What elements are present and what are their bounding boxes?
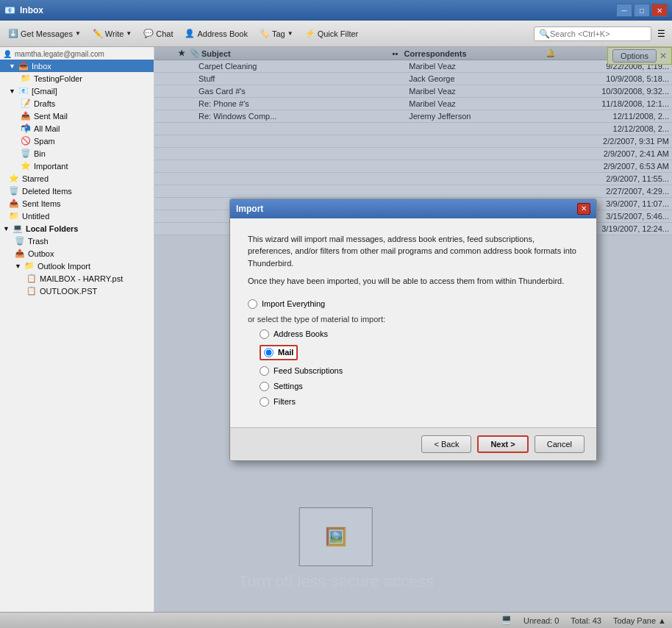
sidebar-item-mailbox-harry[interactable]: 📋 MAILBOX - HARRY.pst bbox=[0, 272, 154, 285]
outlook-pst-icon: 📋 bbox=[26, 286, 37, 296]
filters-label: Filters bbox=[274, 397, 296, 406]
expand-icon: ▼ bbox=[9, 63, 15, 70]
deleted-icon: 🗑️ bbox=[9, 186, 19, 196]
quick-filter-button[interactable]: ⚡ Quick Filter bbox=[300, 26, 364, 41]
chat-button[interactable]: 💬 Chat bbox=[138, 26, 178, 41]
drafts-icon: 📝 bbox=[21, 99, 31, 108]
import-everything-radio[interactable] bbox=[248, 299, 257, 309]
back-button[interactable]: < Back bbox=[421, 435, 471, 453]
sidebar: 👤 mamtha.legate@gmail.com ▼ 📥 Inbox 📁 Te… bbox=[0, 47, 154, 612]
expand-local-icon: ▼ bbox=[3, 225, 10, 232]
search-icon: 🔍 bbox=[539, 29, 550, 39]
address-books-option[interactable]: Address Books bbox=[248, 329, 579, 339]
window-title: Inbox bbox=[20, 5, 43, 15]
sidebar-item-gmail[interactable]: ▼ 📧 [Gmail] bbox=[0, 85, 154, 97]
sidebar-account-email[interactable]: 👤 mamtha.legate@gmail.com bbox=[0, 49, 154, 60]
sidebar-item-spam[interactable]: 🚫 Spam bbox=[0, 135, 154, 147]
expand-gmail-icon: ▼ bbox=[9, 88, 15, 95]
sidebar-item-all-mail[interactable]: 📬 All Mail bbox=[0, 122, 154, 135]
search-box: 🔍 bbox=[534, 26, 651, 41]
today-pane-button[interactable]: Today Pane ▲ bbox=[613, 616, 666, 625]
total-count: Total: 43 bbox=[571, 616, 601, 625]
modal-overlay: Import ✕ This wizard will import mail me… bbox=[154, 47, 672, 612]
sidebar-item-inbox[interactable]: ▼ 📥 Inbox bbox=[0, 60, 154, 72]
modal-content: This wizard will import mail messages, a… bbox=[230, 218, 596, 427]
starred-icon: ⭐ bbox=[9, 174, 19, 183]
tag-icon: 🏷️ bbox=[260, 29, 270, 38]
write-icon: ✏️ bbox=[93, 29, 103, 38]
status-computer-icon: 🖥️ bbox=[501, 615, 512, 625]
sidebar-item-untitled[interactable]: 📁 Untitled bbox=[0, 210, 154, 222]
sidebar-item-testing-folder[interactable]: 📁 TestingFolder bbox=[0, 72, 154, 85]
search-input[interactable] bbox=[550, 29, 646, 38]
unread-count: Unread: 0 bbox=[523, 616, 559, 625]
modal-titlebar: Import ✕ bbox=[230, 199, 596, 218]
feed-radio[interactable] bbox=[260, 366, 269, 376]
mailbox-icon: 📋 bbox=[26, 274, 37, 283]
untitled-icon: 📁 bbox=[9, 211, 19, 221]
sidebar-item-drafts[interactable]: 📝 Drafts bbox=[0, 97, 154, 110]
sidebar-item-bin[interactable]: 🗑️ Bin bbox=[0, 147, 154, 160]
sidebar-item-sent-items[interactable]: 📤 Sent Items bbox=[0, 197, 154, 210]
sidebar-item-outbox[interactable]: 📤 Outbox bbox=[0, 247, 154, 260]
sent-mail-icon: 📤 bbox=[21, 111, 31, 121]
all-mail-icon: 📬 bbox=[21, 124, 31, 133]
trash-icon: 🗑️ bbox=[15, 236, 25, 246]
address-books-label: Address Books bbox=[274, 329, 328, 338]
sidebar-item-outlook-import[interactable]: ▼ 📁 Outlook Import bbox=[0, 260, 154, 272]
write-arrow: ▼ bbox=[126, 30, 132, 37]
mail-label: Mail bbox=[278, 348, 293, 357]
mail-option[interactable]: Mail bbox=[248, 345, 579, 360]
sidebar-item-deleted-items[interactable]: 🗑️ Deleted Items bbox=[0, 185, 154, 197]
sidebar-item-starred[interactable]: ⭐ Starred bbox=[0, 172, 154, 185]
modal-description: This wizard will import mail messages, a… bbox=[248, 233, 579, 288]
outlook-import-icon: 📁 bbox=[24, 261, 35, 271]
get-messages-arrow: ▼ bbox=[75, 30, 81, 37]
get-messages-icon: ⬇️ bbox=[8, 29, 18, 38]
sidebar-item-important[interactable]: ⭐ Important bbox=[0, 160, 154, 172]
sidebar-item-trash[interactable]: 🗑️ Trash bbox=[0, 235, 154, 247]
folder-icon: 📁 bbox=[21, 74, 31, 83]
toolbar: ⬇️ Get Messages ▼ ✏️ Write ▼ 💬 Chat 👤 Ad… bbox=[0, 21, 672, 47]
get-messages-button[interactable]: ⬇️ Get Messages ▼ bbox=[3, 26, 86, 41]
next-button[interactable]: Next > bbox=[477, 435, 528, 453]
local-folders-icon: 💻 bbox=[12, 224, 23, 233]
modal-title: Import bbox=[236, 204, 263, 214]
expand-outlook-icon: ▼ bbox=[15, 263, 21, 270]
important-icon: ⭐ bbox=[21, 161, 31, 171]
settings-radio[interactable] bbox=[260, 382, 269, 391]
filter-icon: ⚡ bbox=[305, 29, 315, 38]
sidebar-item-sent-mail[interactable]: 📤 Sent Mail bbox=[0, 110, 154, 122]
address-books-radio[interactable] bbox=[260, 329, 269, 339]
gmail-icon: 📧 bbox=[18, 86, 29, 96]
settings-label: Settings bbox=[274, 382, 303, 390]
sent-items-icon: 📤 bbox=[9, 199, 19, 208]
filters-option[interactable]: Filters bbox=[248, 397, 579, 407]
maximize-button[interactable]: □ bbox=[634, 4, 650, 17]
sidebar-item-local-folders[interactable]: ▼ 💻 Local Folders bbox=[0, 222, 154, 235]
feed-subscriptions-option[interactable]: Feed Subscriptions bbox=[248, 366, 579, 376]
import-options: Import Everything or select the type of … bbox=[248, 299, 579, 407]
tag-button[interactable]: 🏷️ Tag ▼ bbox=[254, 26, 299, 41]
close-button[interactable]: ✕ bbox=[651, 4, 668, 17]
minimize-button[interactable]: ─ bbox=[616, 4, 632, 17]
mail-radio[interactable] bbox=[264, 348, 274, 357]
modal-close-button[interactable]: ✕ bbox=[577, 203, 590, 215]
bin-icon: 🗑️ bbox=[21, 149, 31, 158]
chat-icon: 💬 bbox=[143, 29, 154, 38]
settings-option[interactable]: Settings bbox=[248, 382, 579, 391]
address-book-button[interactable]: 👤 Address Book bbox=[179, 26, 252, 41]
email-area: ★ 📎 Subject •• Correspondents 🔔 Date ▲ C… bbox=[154, 47, 672, 612]
sidebar-item-outlook-pst[interactable]: 📋 OUTLOOK.PST bbox=[0, 285, 154, 297]
feed-label: Feed Subscriptions bbox=[274, 366, 343, 375]
main-layout: 👤 mamtha.legate@gmail.com ▼ 📥 Inbox 📁 Te… bbox=[0, 47, 672, 612]
app-icon: 📧 bbox=[4, 5, 15, 15]
title-bar: 📧 Inbox ─ □ ✕ bbox=[0, 0, 672, 21]
cancel-button[interactable]: Cancel bbox=[535, 435, 585, 453]
status-bar: 🖥️ Unread: 0 Total: 43 Today Pane ▲ bbox=[0, 612, 672, 628]
import-everything-option[interactable]: Import Everything bbox=[248, 299, 579, 309]
write-button[interactable]: ✏️ Write ▼ bbox=[87, 26, 137, 41]
menu-button[interactable]: ☰ bbox=[653, 26, 669, 42]
select-type-label: or select the type of material to import… bbox=[248, 315, 579, 324]
filters-radio[interactable] bbox=[260, 397, 269, 407]
